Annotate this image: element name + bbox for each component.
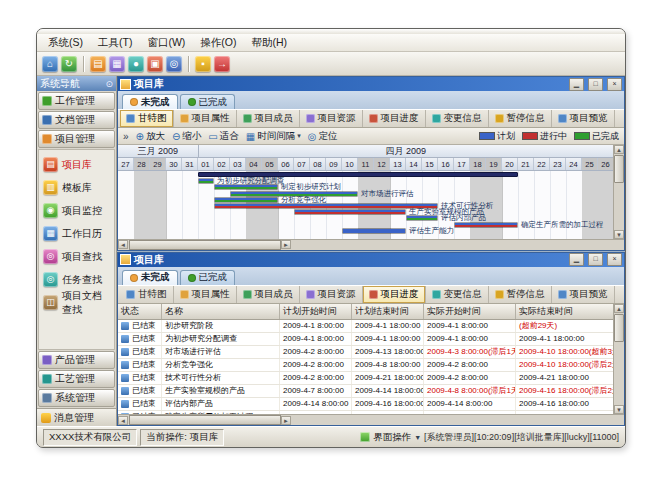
minimize-button[interactable]: ▁ <box>569 253 584 266</box>
gantt-vertical-scrollbar[interactable]: ▲ ▼ <box>613 145 624 239</box>
column-header[interactable]: 计划结束时间 <box>352 304 424 319</box>
minimize-button[interactable]: ▁ <box>569 78 584 91</box>
view-tab-preview[interactable]: 项目预览 <box>552 286 615 303</box>
sidebar-group-product-management[interactable]: 产品管理 <box>38 351 115 369</box>
filter-tab-completed[interactable]: 已完成 <box>180 270 236 285</box>
view-tab-members[interactable]: 项目成员 <box>237 286 300 303</box>
sidebar-item-project-search[interactable]: ◎项目查找 <box>41 245 112 268</box>
sidebar-item-project-monitor[interactable]: ◉项目监控 <box>41 199 112 222</box>
gantt-bar[interactable] <box>294 209 406 215</box>
scroll-thumb[interactable] <box>129 240 281 250</box>
sidebar-group-system-management[interactable]: 系统管理 <box>38 389 115 407</box>
view-tab-resources[interactable]: 项目资源 <box>300 286 363 303</box>
locate-button[interactable]: ◎定位 <box>308 130 338 143</box>
sidebar-item-project-doc-search[interactable]: ◫项目文档查找 <box>41 291 112 314</box>
table-row[interactable]: 已结束评估内部产品2009-4-14 8:00:002009-4-16 18:0… <box>118 398 614 411</box>
view-tab-changes[interactable]: 变更信息 <box>426 110 489 127</box>
view-tab-properties[interactable]: 项目属性 <box>174 286 237 303</box>
scroll-thumb[interactable] <box>614 314 624 342</box>
pin-icon[interactable]: ⊙ <box>105 79 113 89</box>
refresh-icon[interactable]: ↻ <box>61 56 77 72</box>
scroll-up-icon[interactable]: ▲ <box>614 145 624 154</box>
table-row[interactable]: 已结束生产实验室规模的产品2009-4-7 8:00:002009-4-14 1… <box>118 385 614 398</box>
scroll-down-icon[interactable]: ▼ <box>614 405 624 414</box>
scroll-right-icon[interactable]: ► <box>281 240 291 249</box>
system-home-icon[interactable]: ⌂ <box>42 56 58 72</box>
sidebar-item-work-calendar[interactable]: ▦工作日历 <box>41 222 112 245</box>
gantt-bar[interactable] <box>214 184 278 190</box>
exit-icon[interactable]: → <box>214 56 230 72</box>
gantt-bar[interactable] <box>214 203 438 209</box>
view-tab-pause[interactable]: 暂停信息 <box>489 110 552 127</box>
column-header[interactable]: 状态 <box>118 304 162 319</box>
gantt-bar[interactable] <box>214 197 278 203</box>
gantt-bar[interactable] <box>198 178 214 184</box>
close-button[interactable]: × <box>607 253 622 266</box>
column-header[interactable]: 实际结束时间 <box>516 304 614 319</box>
project-monitor-icon[interactable]: ● <box>128 56 144 72</box>
scroll-left-icon[interactable]: ◄ <box>118 240 128 249</box>
view-tab-gantt[interactable]: 甘特图 <box>120 110 174 127</box>
filter-tab-completed[interactable]: 已完成 <box>180 94 236 109</box>
view-tab-preview[interactable]: 项目预览 <box>552 110 615 127</box>
table-row[interactable]: 已结束技术可行性分析2009-4-2 8:00:002009-4-21 18:0… <box>118 372 614 385</box>
gantt-bar[interactable] <box>406 215 438 221</box>
menu-item-operation[interactable]: 操作(O) <box>193 35 243 51</box>
table-horizontal-scrollbar[interactable]: ◄ ► <box>118 414 624 425</box>
view-tab-progress[interactable]: 项目进度 <box>363 286 426 303</box>
work-calendar-icon[interactable]: ▣ <box>147 56 163 72</box>
scroll-down-icon[interactable]: ▼ <box>614 230 624 239</box>
view-tab-pause[interactable]: 暂停信息 <box>489 286 552 303</box>
table-row[interactable]: 已结束分析竞争强化2009-4-2 8:00:002009-4-8 18:00:… <box>118 359 614 372</box>
lock-icon[interactable]: ▪ <box>195 56 211 72</box>
menu-item-tools[interactable]: 工具(T) <box>91 35 139 51</box>
column-header[interactable]: 实际开始时间 <box>424 304 516 319</box>
scroll-thumb[interactable] <box>129 415 281 425</box>
filter-tab-pending[interactable]: 未完成 <box>122 94 178 109</box>
scroll-left-icon[interactable]: ◄ <box>118 416 128 425</box>
table-window-titlebar[interactable]: 项目库 ▁ □ × <box>118 253 624 267</box>
overflow-chevron-icon[interactable]: » <box>123 131 129 142</box>
gantt-bar[interactable] <box>454 222 518 228</box>
zoom-out-button[interactable]: ⊖缩小 <box>172 130 201 143</box>
maximize-button[interactable]: □ <box>588 78 603 91</box>
scroll-right-icon[interactable]: ► <box>281 416 291 425</box>
time-interval-button[interactable]: ▦时间间隔▾ <box>246 130 301 143</box>
view-tab-gantt[interactable]: 甘特图 <box>120 286 174 303</box>
filter-tab-pending[interactable]: 未完成 <box>122 270 178 285</box>
menu-item-window[interactable]: 窗口(W) <box>140 35 192 51</box>
column-header[interactable]: 名称 <box>162 304 280 319</box>
sidebar-group-process-management[interactable]: 工艺管理 <box>38 370 115 388</box>
scroll-up-icon[interactable]: ▲ <box>614 304 624 313</box>
view-tab-members[interactable]: 项目成员 <box>237 110 300 127</box>
close-button[interactable]: × <box>607 78 622 91</box>
maximize-button[interactable]: □ <box>588 253 603 266</box>
sidebar-group-project-management[interactable]: 项目管理 <box>38 130 115 148</box>
menu-item-help[interactable]: 帮助(H) <box>245 35 295 51</box>
view-tab-progress[interactable]: 项目进度 <box>363 110 426 127</box>
gantt-window-titlebar[interactable]: 项目库 ▁ □ × <box>118 77 624 91</box>
table-row[interactable]: 已结束对市场进行评估2009-4-2 8:00:002009-4-13 18:0… <box>118 346 614 359</box>
sidebar-item-template-library[interactable]: ▥模板库 <box>41 176 112 199</box>
table-vertical-scrollbar[interactable]: ▲ ▼ <box>613 304 624 415</box>
template-library-icon[interactable]: ▦ <box>109 56 125 72</box>
sidebar-group-work-management[interactable]: 工作管理 <box>38 92 115 110</box>
zoom-in-button[interactable]: ⊕放大 <box>136 130 165 143</box>
tab-message-management[interactable]: 消息管理 <box>37 408 116 426</box>
gantt-horizontal-scrollbar[interactable]: ◄ ► <box>118 239 624 250</box>
mode-label[interactable]: 界面操作 <box>373 431 411 444</box>
scroll-thumb[interactable] <box>614 155 624 183</box>
view-tab-resources[interactable]: 项目资源 <box>300 110 363 127</box>
project-library-icon[interactable]: ▤ <box>90 56 106 72</box>
view-tab-changes[interactable]: 变更信息 <box>426 286 489 303</box>
view-tab-properties[interactable]: 项目属性 <box>174 110 237 127</box>
sidebar-item-project-library[interactable]: ▤项目库 <box>41 153 112 176</box>
gantt-bar[interactable] <box>342 228 406 234</box>
sidebar-group-document-management[interactable]: 文档管理 <box>38 111 115 129</box>
menu-item-system[interactable]: 系统(S) <box>41 35 90 51</box>
search-icon[interactable]: ◎ <box>166 56 182 72</box>
fit-button[interactable]: ▭适合 <box>208 130 238 143</box>
column-header[interactable]: 计划开始时间 <box>280 304 352 319</box>
table-row[interactable]: 已结束确定生产所需的加工过程2009-4-17 8:00:002009-4-21… <box>118 411 614 415</box>
mode-dropdown-arrow-icon[interactable]: ▼ <box>414 434 421 441</box>
